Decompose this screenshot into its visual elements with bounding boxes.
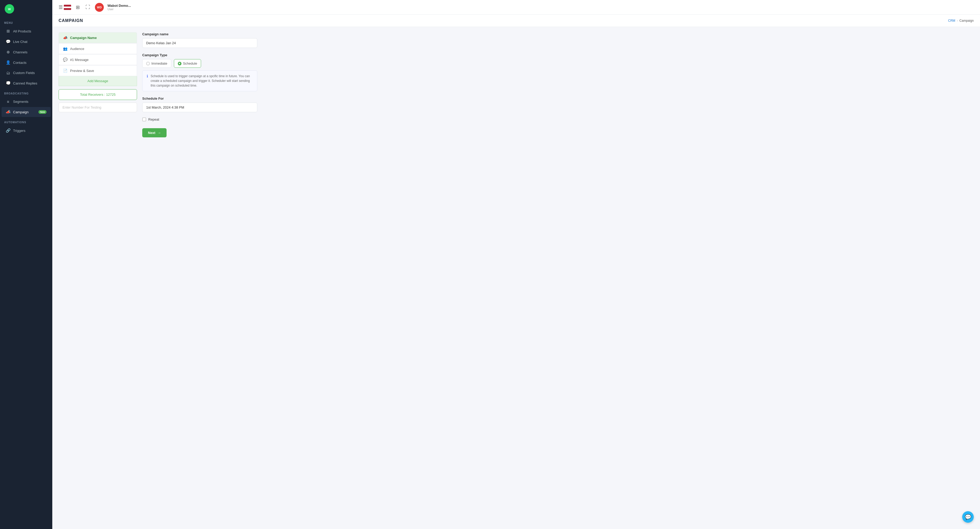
- left-panel: 📣 Campaign Name 👥 Audience 💬 #1 Message …: [59, 32, 137, 137]
- campaign-new-badge: New: [38, 110, 46, 114]
- repeat-label-text: Repeat: [148, 118, 159, 121]
- schedule-for-group: Schedule For: [142, 97, 974, 112]
- next-button-label: Next: [148, 131, 155, 135]
- menu-section-label: MENU: [0, 18, 52, 26]
- campaign-icon: 📣: [6, 110, 10, 114]
- segments-icon: ≡: [6, 99, 10, 104]
- step-campaign-name-icon: 📣: [63, 35, 67, 40]
- language-flag-icon[interactable]: [64, 5, 71, 10]
- chat-fab-button[interactable]: 💬: [962, 511, 974, 523]
- svg-text:W: W: [8, 8, 11, 11]
- page-header: CAMPAIGN CRM › Campaign: [52, 14, 980, 27]
- schedule-for-input[interactable]: [142, 102, 257, 112]
- broadcasting-section-label: BROADCASTING: [0, 88, 52, 97]
- step-audience[interactable]: 👥 Audience: [59, 43, 137, 54]
- campaign-name-label: Campaign name: [142, 32, 974, 36]
- user-info: Wabot Demo... User: [107, 4, 131, 11]
- test-number-input[interactable]: [59, 102, 137, 112]
- triggers-icon: 🔗: [6, 128, 10, 133]
- channels-icon: ⊕: [6, 50, 10, 54]
- add-message-button[interactable]: Add Message: [59, 76, 137, 86]
- sidebar-item-label: Custom Fields: [13, 71, 35, 75]
- campaign-type-label: Campaign Type: [142, 53, 974, 57]
- sidebar-item-label: All Products: [13, 29, 31, 33]
- breadcrumb: CRM › Campaign: [948, 19, 974, 22]
- right-panel: Campaign name Campaign Type Immediate Sc…: [142, 32, 974, 137]
- radio-immediate-label: Immediate: [151, 62, 167, 65]
- step-campaign-name-label: Campaign Name: [70, 36, 97, 40]
- sidebar-item-label: Live Chat: [13, 40, 27, 44]
- campaign-type-radio-group: Immediate Schedule: [142, 59, 974, 68]
- user-role: User: [107, 8, 131, 11]
- step-message-icon: 💬: [63, 57, 67, 62]
- step-campaign-name[interactable]: 📣 Campaign Name: [59, 32, 137, 43]
- radio-schedule-label: Schedule: [183, 62, 197, 65]
- next-arrow-icon: →: [158, 131, 161, 135]
- sidebar-item-label: Canned Replies: [13, 81, 37, 85]
- step-audience-icon: 👥: [63, 46, 67, 51]
- next-button[interactable]: Next →: [142, 128, 167, 137]
- sidebar: W MENU ⊞ All Products 💬 Live Chat ⊕ Chan…: [0, 0, 52, 529]
- menu-toggle-button[interactable]: ☰: [57, 3, 64, 11]
- sidebar-item-label: Channels: [13, 50, 27, 54]
- total-receivers-button[interactable]: Total Receivers : 12725: [59, 89, 137, 100]
- page-title: CAMPAIGN: [59, 18, 83, 23]
- sidebar-item-label: Contacts: [13, 61, 26, 65]
- sidebar-item-live-chat[interactable]: 💬 Live Chat: [2, 37, 51, 46]
- repeat-group: Repeat: [142, 118, 974, 121]
- schedule-info-box: ℹ Schedule is used to trigger campaign a…: [142, 70, 257, 91]
- sidebar-item-custom-fields[interactable]: 🗂 Custom Fields: [2, 68, 51, 78]
- grid-view-button[interactable]: ⊞: [75, 3, 81, 11]
- content-area: CAMPAIGN CRM › Campaign 📣 Campaign Name …: [52, 14, 980, 529]
- sidebar-item-label: Segments: [13, 100, 29, 104]
- step-preview-save[interactable]: 📄 Preview & Save: [59, 65, 137, 76]
- sidebar-logo: W: [0, 0, 52, 18]
- user-name: Wabot Demo...: [107, 4, 131, 8]
- step-message[interactable]: 💬 #1 Message: [59, 54, 137, 65]
- logo-icon: W: [4, 4, 14, 14]
- canned-replies-icon: 💭: [6, 81, 10, 86]
- main-area: ☰ ⊞ ⛶ WD Wabot Demo... User CAMPAIGN CRM…: [52, 0, 980, 529]
- step-preview-icon: 📄: [63, 69, 67, 73]
- breadcrumb-crm[interactable]: CRM: [948, 19, 955, 22]
- automations-section-label: AUTOMATIONS: [0, 117, 52, 125]
- top-header: ☰ ⊞ ⛶ WD Wabot Demo... User: [52, 0, 980, 14]
- sidebar-item-all-products[interactable]: ⊞ All Products: [2, 26, 51, 36]
- chat-fab-icon: 💬: [965, 514, 971, 520]
- chat-icon: 💬: [6, 39, 10, 44]
- sidebar-item-label: Triggers: [13, 129, 25, 133]
- campaign-content: 📣 Campaign Name 👥 Audience 💬 #1 Message …: [52, 27, 980, 143]
- sidebar-item-label: Campaign: [13, 110, 29, 114]
- breadcrumb-separator: ›: [957, 19, 958, 22]
- repeat-checkbox[interactable]: [142, 118, 146, 121]
- sidebar-item-triggers[interactable]: 🔗 Triggers: [2, 126, 51, 135]
- sidebar-item-contacts[interactable]: 👤 Contacts: [2, 57, 51, 67]
- info-icon: ℹ: [147, 74, 148, 88]
- custom-fields-icon: 🗂: [6, 71, 10, 75]
- breadcrumb-campaign: Campaign: [959, 19, 974, 22]
- step-audience-label: Audience: [70, 47, 84, 51]
- repeat-checkbox-label[interactable]: Repeat: [142, 118, 974, 121]
- fullscreen-button[interactable]: ⛶: [84, 3, 91, 11]
- grid-icon: ⊞: [6, 29, 10, 33]
- schedule-for-label: Schedule For: [142, 97, 974, 100]
- sidebar-item-campaign[interactable]: 📣 Campaign New: [2, 107, 51, 117]
- sidebar-item-canned-replies[interactable]: 💭 Canned Replies: [2, 78, 51, 88]
- campaign-name-input[interactable]: [142, 38, 257, 48]
- campaign-name-group: Campaign name: [142, 32, 974, 48]
- radio-immediate[interactable]: Immediate: [142, 59, 171, 68]
- sidebar-item-channels[interactable]: ⊕ Channels: [2, 47, 51, 57]
- info-text: Schedule is used to trigger campaign at …: [151, 74, 253, 88]
- header-right: ⊞ ⛶ WD Wabot Demo... User: [64, 3, 131, 12]
- step-message-label: #1 Message: [70, 58, 89, 62]
- radio-schedule[interactable]: Schedule: [174, 59, 201, 68]
- radio-immediate-dot: [146, 62, 150, 65]
- avatar[interactable]: WD: [95, 3, 104, 12]
- step-preview-label: Preview & Save: [70, 69, 94, 73]
- sidebar-item-segments[interactable]: ≡ Segments: [2, 97, 51, 107]
- contacts-icon: 👤: [6, 60, 10, 65]
- radio-schedule-dot: [178, 62, 181, 65]
- campaign-type-group: Campaign Type Immediate Schedule ℹ: [142, 53, 974, 91]
